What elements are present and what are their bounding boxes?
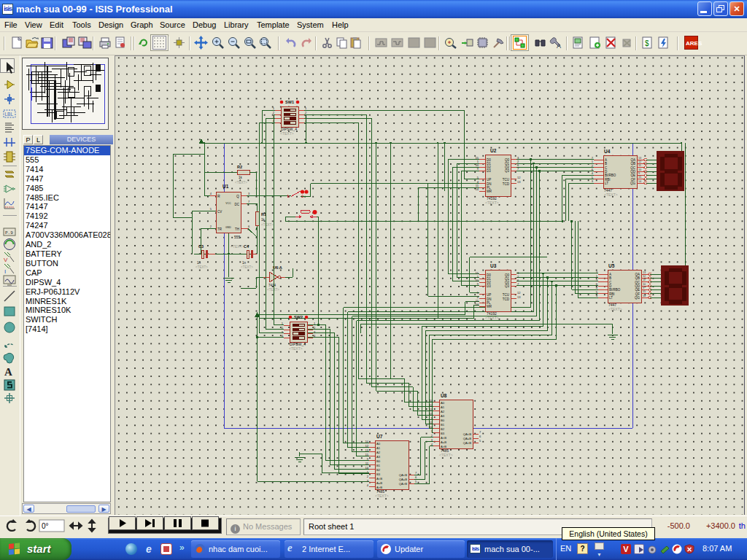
svg-text:C3: C3 [198, 244, 204, 249]
svg-text:<TEXT>: <TEXT> [235, 181, 247, 184]
svg-text:D0: D0 [487, 158, 491, 162]
svg-text:12: 12 [643, 275, 646, 278]
svg-text:QA<B: QA<B [399, 473, 407, 477]
svg-text:13: 13 [517, 180, 521, 184]
svg-text:B2: B2 [441, 427, 445, 431]
svg-text:TR: TR [217, 228, 222, 231]
svg-text:SW2: SW2 [294, 315, 303, 319]
svg-text:$: $ [645, 39, 649, 47]
svg-text:U2: U2 [490, 148, 497, 153]
svg-text:<TEXT>: <TEXT> [231, 244, 244, 249]
svg-text:<TEXT>: <TEXT> [280, 131, 294, 136]
svg-text:12: 12 [638, 160, 641, 163]
svg-text:C4: C4 [244, 244, 249, 249]
svg-text:MR: MR [487, 190, 492, 193]
svg-text:RBI: RBI [605, 178, 611, 182]
svg-text:1k: 1k [261, 218, 266, 222]
svg-text:A2: A2 [376, 451, 381, 454]
svg-text:15: 15 [476, 156, 479, 160]
svg-text:A=B: A=B [376, 481, 382, 485]
svg-text:D3: D3 [487, 284, 491, 288]
svg-text:QB: QB [630, 162, 635, 166]
svg-text:12: 12 [517, 291, 521, 295]
svg-text:<TEXT>: <TEXT> [375, 494, 389, 498]
svg-text:A<B: A<B [376, 477, 382, 481]
svg-text:R2: R2 [237, 165, 242, 169]
svg-text:R: R [217, 194, 220, 198]
svg-text:1k: 1k [239, 176, 243, 179]
svg-text:DN: DN [487, 298, 492, 301]
svg-text:13: 13 [643, 271, 646, 274]
svg-text:B0: B0 [376, 459, 381, 463]
svg-text:U8: U8 [441, 393, 447, 398]
svg-text:13: 13 [430, 408, 433, 411]
svg-text:<TEXT>: <TEXT> [196, 265, 208, 269]
svg-text:A0: A0 [441, 401, 445, 405]
svg-text:D3: D3 [487, 169, 491, 173]
svg-text:LT: LT [605, 182, 608, 185]
svg-text:B3: B3 [376, 472, 381, 476]
svg-text:QD: QD [635, 284, 640, 288]
svg-text:Q3: Q3 [505, 284, 510, 288]
svg-text:B3: B3 [441, 432, 445, 435]
svg-text:A: A [4, 366, 12, 378]
svg-text:A3: A3 [376, 455, 381, 459]
svg-text:10: 10 [643, 283, 646, 286]
svg-text:TCU: TCU [503, 178, 509, 182]
svg-text:15: 15 [476, 271, 479, 275]
svg-text:<TEXT>: <TEXT> [289, 346, 303, 351]
svg-text:555: 555 [234, 235, 241, 239]
svg-text:12: 12 [517, 176, 521, 179]
svg-text:A2: A2 [441, 410, 445, 413]
svg-text:9: 9 [638, 172, 640, 175]
svg-text:11: 11 [638, 164, 641, 167]
svg-text:A3: A3 [441, 414, 445, 418]
svg-text:TCU: TCU [503, 293, 509, 297]
svg-text:B1: B1 [376, 464, 381, 467]
svg-text:A<B: A<B [441, 436, 446, 440]
svg-text:B: B [609, 276, 611, 280]
svg-text:QF: QF [631, 178, 636, 182]
svg-text:A0: A0 [376, 442, 381, 446]
svg-text:14: 14 [638, 180, 641, 183]
svg-text:Q: Q [236, 194, 239, 198]
svg-text:QE: QE [635, 288, 640, 292]
svg-text:10: 10 [365, 440, 369, 443]
svg-text:0°: 0° [42, 522, 49, 530]
svg-text:14: 14 [365, 466, 369, 470]
svg-text:15: 15 [430, 412, 433, 416]
svg-text:QG: QG [635, 296, 640, 300]
svg-text:11: 11 [643, 279, 646, 281]
svg-text:15: 15 [365, 453, 369, 456]
svg-text:ARES: ARES [686, 40, 703, 47]
svg-text:QC: QC [635, 281, 640, 284]
svg-text:P.9: P.9 [5, 230, 13, 236]
svg-text:UP: UP [487, 178, 491, 182]
svg-text:A1: A1 [376, 446, 381, 450]
svg-text:QA>B: QA>B [399, 482, 407, 486]
svg-text:QB: QB [635, 276, 640, 280]
svg-text:14: 14 [476, 187, 479, 191]
svg-text:A=B: A=B [441, 440, 446, 444]
svg-text:14: 14 [476, 303, 479, 306]
svg-text:Q0: Q0 [505, 158, 510, 162]
svg-text:<TEXT>: <TEXT> [439, 453, 453, 457]
svg-text:Q0: Q0 [505, 273, 510, 277]
svg-text:7414: 7414 [268, 284, 276, 287]
svg-text:15: 15 [643, 290, 646, 293]
svg-text:<TEXT>: <TEXT> [604, 192, 618, 197]
svg-text:B1: B1 [441, 423, 445, 427]
svg-text:15: 15 [638, 176, 641, 179]
svg-text:QA=B: QA=B [463, 437, 471, 440]
svg-text:12: 12 [430, 403, 433, 407]
svg-text:D0: D0 [487, 273, 491, 277]
svg-text:DN: DN [487, 182, 492, 186]
svg-text:U3: U3 [490, 263, 497, 268]
svg-text:14: 14 [643, 295, 646, 298]
svg-text:LT: LT [609, 296, 613, 300]
svg-text:<TEXT>: <TEXT> [485, 201, 499, 205]
svg-text:A1: A1 [441, 405, 445, 409]
svg-text:12: 12 [365, 444, 369, 448]
svg-text:<TEXT>: <TEXT> [241, 265, 253, 269]
svg-text:BI/RBO: BI/RBO [605, 174, 616, 177]
